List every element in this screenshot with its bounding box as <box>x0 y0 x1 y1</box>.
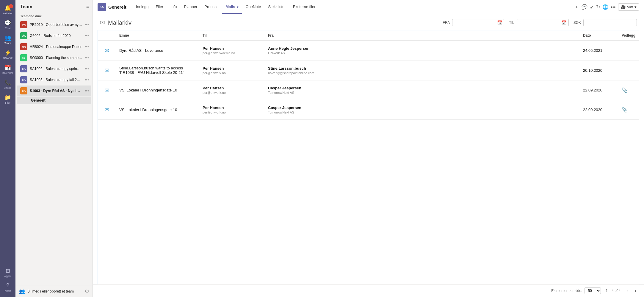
rail-item-hjelp[interactable]: ?Hjelp <box>0 280 15 295</box>
globe-icon[interactable]: 🌐 <box>602 4 608 10</box>
hjelp-icon: ? <box>6 282 9 289</box>
row-from-2: Casper Jespersen TomorrowNext AS <box>264 80 579 100</box>
til-input[interactable] <box>519 21 560 25</box>
rail-item-onwork[interactable]: ⚡ONwork <box>0 47 15 62</box>
rail-item-team[interactable]: 👥Team <box>0 32 15 47</box>
tab-eksterne-filer[interactable]: Eksterne filer <box>289 0 319 14</box>
tab-filer[interactable]: Filer <box>152 0 167 14</box>
row-from-name-2: Casper Jespersen <box>268 86 576 90</box>
sok-filter-group: SØK <box>574 19 637 26</box>
tab-prosess[interactable]: Prosess <box>201 0 222 14</box>
topbar-avatar: SA <box>98 3 106 11</box>
hr8024-more-icon[interactable]: ••• <box>84 44 89 49</box>
chat-icon: 💬 <box>4 20 11 26</box>
chat-label: Chat <box>5 27 10 30</box>
sidebar-item-pr1010[interactable]: PR PR1010 - Opparbeidelse av nye to... •… <box>17 19 91 30</box>
table-row[interactable]: ✉ VS: Lokaler i Dronningensgate 10 Per H… <box>98 100 639 120</box>
sidebar-settings-icon[interactable]: ⚙ <box>85 288 89 294</box>
prev-page-button[interactable]: ‹ <box>625 287 630 294</box>
row-to-email-2: per@onwork.no <box>203 91 261 94</box>
row-to-email-1: per@onwork.no <box>203 71 261 75</box>
pagination: Elementer per side: 50 25 100 1 – 4 of 4… <box>93 284 644 297</box>
next-page-button[interactable]: › <box>633 287 638 294</box>
row-from-0: Anne Hegle Jespersen ONwork AS <box>264 41 579 60</box>
rail-item-chat[interactable]: 💬Chat <box>0 17 15 32</box>
fra-filter-group: FRA 📅 <box>443 19 504 26</box>
til-calendar-icon[interactable]: 📅 <box>562 20 567 25</box>
row-to-1: Per Hansen per@onwork.no <box>199 60 264 80</box>
mail-table: EmneTilFraDatoVedlegg ✉ Dyre Råd AS - Le… <box>98 30 639 120</box>
tab-sjekklister[interactable]: Sjekklister <box>264 0 289 14</box>
rail-item-anrop[interactable]: 📞Anrop <box>0 77 15 92</box>
row-date-0: 24.05.2021 <box>579 41 618 60</box>
rail-item-filer[interactable]: 📁Filer <box>0 92 15 107</box>
fra-calendar-icon[interactable]: 📅 <box>497 20 502 25</box>
refresh-icon[interactable]: ↻ <box>596 4 600 10</box>
mails-dropdown-icon: ▾ <box>237 5 238 9</box>
row-subject-0: Dyre Råd AS - Leveranse <box>116 41 199 60</box>
join-team-icon: 👥 <box>19 288 25 294</box>
pr1010-more-icon[interactable]: ••• <box>84 22 89 27</box>
page-size-select[interactable]: 50 25 100 <box>585 287 601 294</box>
fra-label: FRA <box>443 21 450 25</box>
row-from-3: Casper Jespersen TomorrowNext AS <box>264 100 579 120</box>
meet-button[interactable]: 🎥 Møt ▾ <box>618 3 639 11</box>
sidebar-channel-generelt[interactable]: Generelt <box>17 97 91 104</box>
kalender-icon: 📅 <box>4 64 11 71</box>
tab-onenote[interactable]: OneNote <box>242 0 264 14</box>
chat-icon[interactable]: 💬 <box>582 4 587 10</box>
sa1003-more-icon[interactable]: ••• <box>84 77 89 82</box>
rail-item-kalender[interactable]: 📅Kalender <box>0 62 15 77</box>
attachment-icon-3: 📎 <box>622 107 628 112</box>
tab-innlegg[interactable]: Innlegg <box>132 0 152 14</box>
th-Vedlegg: Vedlegg <box>618 30 639 41</box>
sidebar-item-sa1002[interactable]: SA SA1002 - Sales strategy spring 2021 •… <box>17 63 91 74</box>
tab-planner[interactable]: Planner <box>180 0 201 14</box>
sidebar-bottom-join[interactable]: 👥 Bli med i eller opprett et team ⚙ <box>15 285 93 297</box>
o5002-avatar: ØK <box>20 32 27 39</box>
row-attachment-1 <box>618 60 639 80</box>
fra-input[interactable] <box>454 21 496 25</box>
sa1002-more-icon[interactable]: ••• <box>84 66 89 71</box>
tab-info[interactable]: Info <box>167 0 181 14</box>
table-row[interactable]: ✉ Dyre Råd AS - Leveranse Per Hansen per… <box>98 41 639 60</box>
til-label: TIL <box>509 21 514 25</box>
so3000-label: SO3000 - Planning the summer party <box>30 56 82 60</box>
row-from-company-1: no-reply@sharepointonline.com <box>268 71 576 75</box>
sidebar-item-hr8024[interactable]: HR HR8024 - Personalmappe Petter ••• <box>17 41 91 52</box>
tab-mails[interactable]: Mails ▾ <box>222 0 242 14</box>
o5002-more-icon[interactable]: ••• <box>84 33 89 38</box>
rail-item-aktivitet[interactable]: 🔔1Aktivitet <box>0 2 15 17</box>
fra-input-wrap: 📅 <box>452 19 504 26</box>
apper-label: Apper <box>4 275 11 278</box>
onwork-icon: ⚡ <box>4 49 11 56</box>
expand-icon[interactable]: ⤢ <box>590 4 594 10</box>
so3000-more-icon[interactable]: ••• <box>84 55 89 60</box>
s1003-more-icon[interactable]: ••• <box>84 88 89 93</box>
sidebar-item-sa1003[interactable]: SA SA1003 - Sales strategy fall 2021 ••• <box>17 74 91 85</box>
row-attachment-0 <box>618 41 639 60</box>
onwork-label: ONwork <box>3 57 13 60</box>
aktivitet-label: Aktivitet <box>3 12 12 15</box>
table-row[interactable]: ✉ Stine.Larsson.busch wants to access 'P… <box>98 60 639 80</box>
topbar-add-tab-button[interactable]: + <box>573 0 580 14</box>
more-options-icon[interactable]: ••• <box>611 4 616 10</box>
sidebar-menu-icon[interactable]: ≡ <box>86 4 89 10</box>
sidebar-item-o5002[interactable]: ØK Ø5002 - Budsjett for 2020 ••• <box>17 30 91 41</box>
content-area: ✉ Mailarkiv FRA 📅 TIL 📅 SØK <box>93 14 644 297</box>
s1003-label: S1003 - Dyre Råd AS - Nye lokaler run... <box>30 89 82 93</box>
pr1010-avatar: PR <box>20 21 27 28</box>
mailarchive-icon: ✉ <box>100 19 105 26</box>
mail-archive-header: ✉ Mailarkiv FRA 📅 TIL 📅 SØK <box>93 14 644 30</box>
rail-item-apper[interactable]: ⊞Apper <box>0 265 15 280</box>
topbar-nav: InnleggFilerInfoPlannerProsessMails ▾One… <box>132 0 572 14</box>
channel-generelt-label: Generelt <box>31 98 89 102</box>
sidebar-item-so3000[interactable]: so SO3000 - Planning the summer party ••… <box>17 52 91 63</box>
row-to-0: Per Hansen per@onwork-demo.no <box>199 41 264 60</box>
table-row[interactable]: ✉ VS: Lokaler i Dronningensgate 10 Per H… <box>98 80 639 100</box>
mail-row-icon-1: ✉ <box>105 67 109 73</box>
sidebar-item-s1003[interactable]: SA S1003 - Dyre Råd AS - Nye lokaler run… <box>17 85 91 96</box>
topbar-title: Generelt <box>108 4 126 10</box>
sok-input[interactable] <box>583 19 637 26</box>
anrop-icon: 📞 <box>4 79 11 86</box>
